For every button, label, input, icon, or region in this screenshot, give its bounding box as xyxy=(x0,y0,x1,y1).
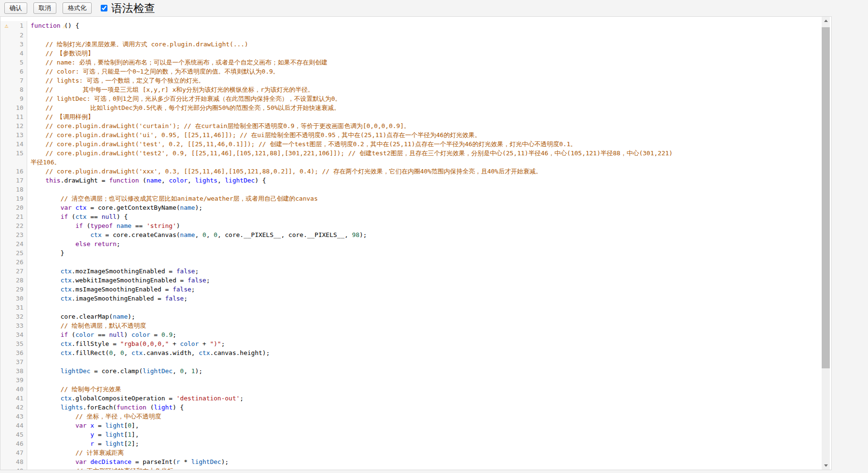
code-line[interactable]: 17 this.drawLight = function (name, colo… xyxy=(0,176,822,185)
code-line[interactable]: 8 // 其中每一项是三元组 [x,y,r] x和y分别为该灯光的横纵坐标，r为… xyxy=(0,85,822,94)
code-line[interactable]: 40 // 绘制每个灯光效果 xyxy=(0,385,822,394)
code-text[interactable]: ctx.mozImageSmoothingEnabled = false; xyxy=(27,267,822,276)
code-text[interactable]: // core.plugin.drawLight('curtain'); // … xyxy=(27,121,822,130)
code-line[interactable]: 34 if (color == null) color = 0.9; xyxy=(0,330,822,339)
code-text[interactable]: y = light[1], xyxy=(27,430,822,439)
code-line[interactable]: 30 ctx.imageSmoothingEnabled = false; xyxy=(0,294,822,303)
code-line[interactable]: 15 // core.plugin.drawLight('test2', 0.9… xyxy=(0,149,822,167)
code-text[interactable]: // 绘制色调层，默认不透明度 xyxy=(27,321,822,330)
code-text[interactable]: r = light[2]; xyxy=(27,439,822,448)
code-line[interactable]: 9 // lightDec: 可选，0到1之间，光从多少百分比才开始衰减（在此范… xyxy=(0,94,822,103)
code-text[interactable]: lightDec = core.clamp(lightDec, 0, 1); xyxy=(27,366,822,376)
code-line[interactable]: 2 xyxy=(0,31,822,40)
code-line[interactable]: 26 xyxy=(0,258,822,267)
code-line[interactable]: 33 // 绘制色调层，默认不透明度 xyxy=(0,321,822,330)
scroll-up-button[interactable] xyxy=(822,17,830,25)
cancel-button[interactable]: 取消 xyxy=(33,2,56,14)
format-button[interactable]: 格式化 xyxy=(63,2,92,14)
code-line[interactable]: 6 // color: 可选，只能是一个0~1之间的数，为不透明度的值。不填则默… xyxy=(0,67,822,76)
code-line[interactable]: 10 // 比如lightDec为0.5代表，每个灯光部分内圈50%的范围全亮，… xyxy=(0,103,822,112)
code-line[interactable]: 29 ctx.msImageSmoothingEnabled = false; xyxy=(0,285,822,294)
code-line[interactable]: 42 lights.forEach(function (light) { xyxy=(0,403,822,412)
code-line[interactable]: 44 var x = light[0], xyxy=(0,421,822,430)
code-text[interactable]: ctx.fillStyle = "rgba(0,0,0," + color + … xyxy=(27,339,822,348)
code-line[interactable]: 19 // 清空色调层；也可以修改成其它层比如animate/weather层，… xyxy=(0,194,822,203)
code-text[interactable]: ctx.globalCompositeOperation = 'destinat… xyxy=(27,394,822,403)
code-line[interactable]: 45 y = light[1], xyxy=(0,430,822,439)
code-line[interactable]: 18 xyxy=(0,185,822,194)
code-text[interactable]: function ⚠() { xyxy=(27,21,822,31)
code-line[interactable]: 4 // 【参数说明】 xyxy=(0,49,822,58)
code-line[interactable]: 43 // 坐标，半径，中心不透明度 xyxy=(0,412,822,421)
code-line[interactable]: 36 ctx.fillRect(0, 0, ctx.canvas.width, … xyxy=(0,348,822,357)
code-text[interactable]: // 【调用样例】 xyxy=(27,112,822,121)
code-text[interactable] xyxy=(27,31,822,40)
code-text[interactable]: ctx.webkitImageSmoothingEnabled = false; xyxy=(27,276,822,285)
code-text[interactable]: // core.plugin.drawLight('test2', 0.9, [… xyxy=(27,149,822,167)
code-text[interactable]: if (color == null) color = 0.9; xyxy=(27,330,822,339)
code-line[interactable]: 5 // name: 必填，要绘制到的画布名；可以是一个系统画布，或者是个自定义… xyxy=(0,58,822,67)
code-line[interactable]: 25 } xyxy=(0,248,822,258)
code-line[interactable]: 46 r = light[2]; xyxy=(0,439,822,448)
code-line[interactable]: 38 lightDec = core.clamp(lightDec, 0, 1)… xyxy=(0,366,822,376)
code-line[interactable]: 31 xyxy=(0,303,822,312)
code-text[interactable]: // lightDec: 可选，0到1之间，光从多少百分比才开始衰减（在此范围内… xyxy=(27,94,822,103)
code-line[interactable]: 20 var ctx = core.getContextByName(name)… xyxy=(0,203,822,212)
code-line[interactable]: 14 // core.plugin.drawLight('test', 0.2,… xyxy=(0,140,822,149)
code-text[interactable]: // color: 可选，只能是一个0~1之间的数，为不透明度的值。不填则默认为… xyxy=(27,67,822,76)
code-text[interactable] xyxy=(27,258,822,267)
code-text[interactable]: if (ctx == null) { xyxy=(27,212,822,221)
code-text[interactable]: var x = light[0], xyxy=(27,421,822,430)
code-text[interactable]: ctx = core.createCanvas(name, 0, 0, core… xyxy=(27,230,822,239)
code-text[interactable] xyxy=(27,185,822,194)
confirm-button[interactable]: 确认 xyxy=(4,2,27,14)
code-text[interactable]: // 其中每一项是三元组 [x,y,r] x和y分别为该灯光的横纵坐标，r为该灯… xyxy=(27,85,822,94)
code-text[interactable]: // 正方形区域的直径和左上角坐标 xyxy=(27,466,822,470)
syntax-check-checkbox[interactable] xyxy=(101,5,107,11)
code-text[interactable]: // 绘制每个灯光效果 xyxy=(27,385,822,394)
code-line[interactable]: 13 // core.plugin.drawLight('ui', 0.95, … xyxy=(0,130,822,140)
code-line[interactable]: 47 // 计算衰减距离 xyxy=(0,448,822,457)
code-text[interactable]: lights.forEach(function (light) { xyxy=(27,403,822,412)
code-line[interactable]: 7 // lights: 可选，一个数组，定义了每个独立的灯光。 xyxy=(0,76,822,85)
code-line[interactable]: 48 var decDistance = parseInt(r * lightD… xyxy=(0,457,822,466)
code-line[interactable]: 27 ctx.mozImageSmoothingEnabled = false; xyxy=(0,267,822,276)
code-text[interactable]: this.drawLight = function (name, color, … xyxy=(27,176,822,185)
code-line[interactable]: 49 // 正方形区域的直径和左上角坐标 xyxy=(0,466,822,470)
code-text[interactable] xyxy=(27,303,822,312)
code-line[interactable]: ⚠1function ⚠() { xyxy=(0,21,822,31)
code-text[interactable]: // core.plugin.drawLight('test', 0.2, [[… xyxy=(27,140,822,149)
code-text[interactable]: // 计算衰减距离 xyxy=(27,448,822,457)
code-text[interactable]: // 坐标，半径，中心不透明度 xyxy=(27,412,822,421)
code-text[interactable]: var ctx = core.getContextByName(name); xyxy=(27,203,822,212)
code-text[interactable]: // 比如lightDec为0.5代表，每个灯光部分内圈50%的范围全亮，50%… xyxy=(27,103,822,112)
code-text[interactable]: else return; xyxy=(27,239,822,248)
code-line[interactable]: 12 // core.plugin.drawLight('curtain'); … xyxy=(0,121,822,130)
code-text[interactable] xyxy=(27,376,822,385)
scrollbar-thumb[interactable] xyxy=(822,27,830,368)
code-line[interactable]: 41 ctx.globalCompositeOperation = 'desti… xyxy=(0,394,822,403)
code-text[interactable]: ctx.fillRect(0, 0, ctx.canvas.width, ctx… xyxy=(27,348,822,357)
code-text[interactable]: // core.plugin.drawLight('xxx', 0.3, [[2… xyxy=(27,167,822,176)
code-text[interactable]: ctx.msImageSmoothingEnabled = false; xyxy=(27,285,822,294)
code-area[interactable]: ⚠1function ⚠() {23 // 绘制灯光/漆黑层效果。调用方式 co… xyxy=(0,17,822,470)
code-text[interactable]: } xyxy=(27,248,822,258)
code-text[interactable]: if (typeof name == 'string') xyxy=(27,221,822,230)
code-text[interactable]: // 绘制灯光/漆黑层效果。调用方式 core.plugin.drawLight… xyxy=(27,40,822,49)
code-line[interactable]: 28 ctx.webkitImageSmoothingEnabled = fal… xyxy=(0,276,822,285)
code-text[interactable]: core.clearMap(name); xyxy=(27,312,822,321)
code-editor[interactable]: ⚠1function ⚠() {23 // 绘制灯光/漆黑层效果。调用方式 co… xyxy=(0,16,832,470)
code-line[interactable]: 23 ctx = core.createCanvas(name, 0, 0, c… xyxy=(0,230,822,239)
code-line[interactable]: 22 if (typeof name == 'string') xyxy=(0,221,822,230)
vertical-scrollbar[interactable] xyxy=(822,17,830,470)
code-line[interactable]: 21 if (ctx == null) { xyxy=(0,212,822,221)
code-text[interactable] xyxy=(27,357,822,366)
code-line[interactable]: 24 else return; xyxy=(0,239,822,248)
code-line[interactable]: 32 core.clearMap(name); xyxy=(0,312,822,321)
code-line[interactable]: 37 xyxy=(0,357,822,366)
syntax-check-label[interactable]: 语法检查 xyxy=(111,1,155,16)
code-text[interactable]: // name: 必填，要绘制到的画布名；可以是一个系统画布，或者是个自定义画布… xyxy=(27,58,822,67)
code-text[interactable]: // 【参数说明】 xyxy=(27,49,822,58)
code-line[interactable]: 11 // 【调用样例】 xyxy=(0,112,822,121)
code-text[interactable]: ctx.imageSmoothingEnabled = false; xyxy=(27,294,822,303)
